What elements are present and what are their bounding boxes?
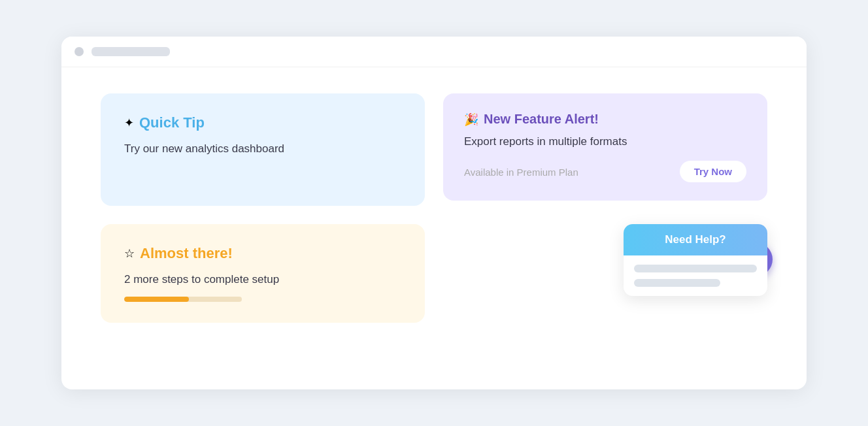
need-help-line-1 [634,265,757,272]
almost-there-title: Almost there! [140,245,233,262]
need-help-box: Need Help? [624,224,767,296]
feature-bottom-row: Available in Premium Plan Try Now [464,161,746,182]
need-help-body [624,255,767,296]
sparkles-icon: ✦ [124,116,134,130]
feature-alert-subtitle: Available in Premium Plan [464,167,578,178]
need-help-header: Need Help? [624,224,767,255]
progress-bar-track [124,297,242,302]
browser-window: ✦ Quick Tip Try our new analytics dashbo… [61,37,807,389]
feature-alert-card: 🎉 New Feature Alert! Export reports in m… [443,93,767,201]
browser-titlebar [61,37,807,67]
party-icon: 🎉 [464,112,478,127]
try-now-button[interactable]: Try Now [680,161,746,182]
browser-addressbar [92,47,170,56]
almost-there-body: 2 more steps to complete setup [124,271,401,288]
quick-tip-card: ✦ Quick Tip Try our new analytics dashbo… [101,93,425,206]
star-icon: ☆ [124,246,135,261]
quick-tip-title-row: ✦ Quick Tip [124,114,401,131]
browser-circle [75,47,84,56]
almost-title-row: ☆ Almost there! [124,245,401,262]
feature-alert-body: Export reports in multiple formats [464,133,746,150]
need-help-widget: Need Help? [443,224,767,323]
feature-alert-title: New Feature Alert! [484,112,599,127]
feature-alert-section: 🎉 New Feature Alert! Export reports in m… [443,93,767,206]
quick-tip-title: Quick Tip [139,114,205,131]
almost-there-card: ☆ Almost there! 2 more steps to complete… [101,224,425,323]
feature-title-row: 🎉 New Feature Alert! [464,112,746,127]
need-help-line-2 [634,279,720,287]
progress-bar-fill [124,297,189,302]
quick-tip-body: Try our new analytics dashboard [124,140,401,157]
browser-content: ✦ Quick Tip Try our new analytics dashbo… [61,67,807,349]
